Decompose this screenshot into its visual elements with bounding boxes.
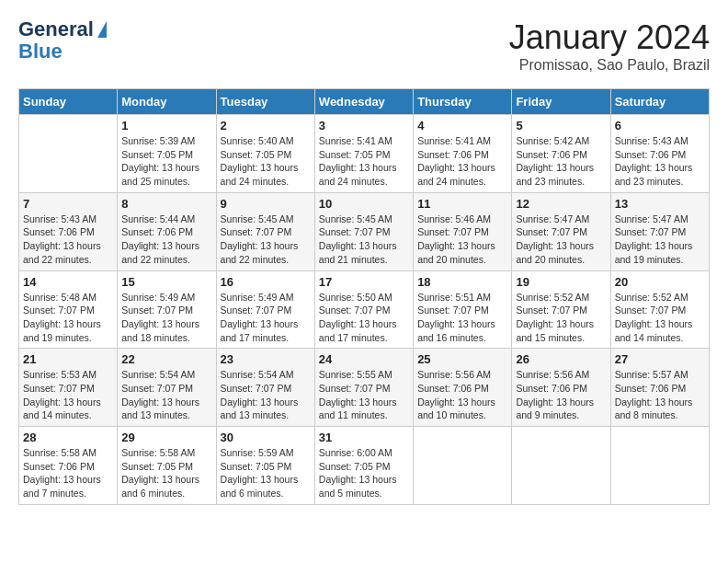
calendar-cell: 4Sunrise: 5:41 AM Sunset: 7:06 PM Daylig…	[414, 115, 512, 193]
calendar-title: January 2024	[509, 18, 710, 57]
weekday-header-sunday: Sunday	[19, 89, 118, 115]
day-info: Sunrise: 5:45 AM Sunset: 7:07 PM Dayligh…	[221, 213, 311, 267]
day-number: 26	[516, 352, 606, 366]
calendar-week-5: 28Sunrise: 5:58 AM Sunset: 7:06 PM Dayli…	[19, 427, 710, 505]
weekday-header-wednesday: Wednesday	[314, 89, 413, 115]
day-info: Sunrise: 5:46 AM Sunset: 7:07 PM Dayligh…	[417, 213, 507, 267]
weekday-header-friday: Friday	[512, 89, 610, 115]
logo: General Blue	[18, 18, 107, 63]
day-info: Sunrise: 5:50 AM Sunset: 7:07 PM Dayligh…	[319, 291, 409, 345]
calendar-cell: 24Sunrise: 5:55 AM Sunset: 7:07 PM Dayli…	[314, 349, 413, 427]
logo-icon	[97, 21, 107, 38]
day-info: Sunrise: 5:49 AM Sunset: 7:07 PM Dayligh…	[221, 291, 311, 345]
logo-general-text: General	[18, 18, 94, 40]
calendar-cell	[19, 115, 118, 193]
calendar-cell: 25Sunrise: 5:56 AM Sunset: 7:06 PM Dayli…	[414, 349, 512, 427]
day-info: Sunrise: 5:49 AM Sunset: 7:07 PM Dayligh…	[121, 291, 211, 345]
calendar-cell: 23Sunrise: 5:54 AM Sunset: 7:07 PM Dayli…	[216, 349, 314, 427]
calendar-cell: 2Sunrise: 5:40 AM Sunset: 7:05 PM Daylig…	[216, 115, 314, 193]
weekday-header-tuesday: Tuesday	[216, 89, 314, 115]
day-number: 9	[221, 197, 311, 211]
calendar-subtitle: Promissao, Sao Paulo, Brazil	[509, 57, 710, 74]
day-info: Sunrise: 5:44 AM Sunset: 7:06 PM Dayligh…	[121, 213, 211, 267]
day-info: Sunrise: 5:56 AM Sunset: 7:06 PM Dayligh…	[516, 368, 606, 422]
day-number: 6	[615, 119, 705, 132]
calendar-cell: 19Sunrise: 5:52 AM Sunset: 7:07 PM Dayli…	[512, 270, 610, 349]
day-info: Sunrise: 5:57 AM Sunset: 7:06 PM Dayligh…	[615, 368, 705, 422]
day-info: Sunrise: 5:48 AM Sunset: 7:07 PM Dayligh…	[23, 291, 113, 345]
calendar-cell: 29Sunrise: 5:58 AM Sunset: 7:05 PM Dayli…	[118, 427, 216, 505]
day-number: 22	[121, 352, 211, 366]
day-number: 14	[23, 275, 113, 289]
day-info: Sunrise: 5:42 AM Sunset: 7:06 PM Dayligh…	[516, 134, 606, 189]
calendar-cell: 15Sunrise: 5:49 AM Sunset: 7:07 PM Dayli…	[118, 270, 216, 349]
calendar-cell: 31Sunrise: 6:00 AM Sunset: 7:05 PM Dayli…	[314, 427, 413, 505]
calendar-table: SundayMondayTuesdayWednesdayThursdayFrid…	[18, 88, 710, 505]
weekday-header-saturday: Saturday	[610, 89, 709, 115]
calendar-cell: 13Sunrise: 5:47 AM Sunset: 7:07 PM Dayli…	[610, 192, 709, 270]
weekday-header-thursday: Thursday	[414, 89, 512, 115]
day-info: Sunrise: 5:54 AM Sunset: 7:07 PM Dayligh…	[221, 368, 311, 422]
day-number: 11	[417, 197, 507, 211]
calendar-cell: 11Sunrise: 5:46 AM Sunset: 7:07 PM Dayli…	[414, 192, 512, 270]
day-number: 5	[516, 119, 606, 132]
weekday-header-monday: Monday	[118, 89, 216, 115]
calendar-cell: 5Sunrise: 5:42 AM Sunset: 7:06 PM Daylig…	[512, 115, 610, 193]
day-info: Sunrise: 5:41 AM Sunset: 7:06 PM Dayligh…	[417, 134, 507, 189]
day-info: Sunrise: 5:52 AM Sunset: 7:07 PM Dayligh…	[516, 291, 606, 345]
day-number: 28	[23, 431, 113, 444]
page-header: General Blue January 2024 Promissao, Sao…	[18, 18, 710, 74]
calendar-week-3: 14Sunrise: 5:48 AM Sunset: 7:07 PM Dayli…	[19, 270, 710, 349]
day-number: 16	[221, 275, 311, 289]
day-info: Sunrise: 5:47 AM Sunset: 7:07 PM Dayligh…	[516, 213, 606, 267]
day-number: 13	[615, 197, 705, 211]
calendar-cell: 1Sunrise: 5:39 AM Sunset: 7:05 PM Daylig…	[118, 115, 216, 193]
calendar-week-4: 21Sunrise: 5:53 AM Sunset: 7:07 PM Dayli…	[19, 349, 710, 427]
calendar-cell: 30Sunrise: 5:59 AM Sunset: 7:05 PM Dayli…	[216, 427, 314, 505]
calendar-cell: 18Sunrise: 5:51 AM Sunset: 7:07 PM Dayli…	[414, 270, 512, 349]
calendar-cell	[512, 427, 610, 505]
day-info: Sunrise: 5:40 AM Sunset: 7:05 PM Dayligh…	[221, 134, 311, 189]
day-number: 27	[615, 352, 705, 366]
calendar-week-1: 1Sunrise: 5:39 AM Sunset: 7:05 PM Daylig…	[19, 115, 710, 193]
day-info: Sunrise: 5:41 AM Sunset: 7:05 PM Dayligh…	[319, 134, 409, 189]
calendar-cell: 14Sunrise: 5:48 AM Sunset: 7:07 PM Dayli…	[19, 270, 118, 349]
day-number: 29	[121, 431, 211, 444]
day-number: 20	[615, 275, 705, 289]
day-number: 21	[23, 352, 113, 366]
day-info: Sunrise: 5:39 AM Sunset: 7:05 PM Dayligh…	[121, 134, 211, 189]
day-number: 24	[319, 352, 409, 366]
calendar-cell: 10Sunrise: 5:45 AM Sunset: 7:07 PM Dayli…	[314, 192, 413, 270]
day-info: Sunrise: 5:43 AM Sunset: 7:06 PM Dayligh…	[615, 134, 705, 189]
calendar-cell: 27Sunrise: 5:57 AM Sunset: 7:06 PM Dayli…	[610, 349, 709, 427]
calendar-cell: 26Sunrise: 5:56 AM Sunset: 7:06 PM Dayli…	[512, 349, 610, 427]
calendar-cell: 21Sunrise: 5:53 AM Sunset: 7:07 PM Dayli…	[19, 349, 118, 427]
day-info: Sunrise: 5:58 AM Sunset: 7:05 PM Dayligh…	[121, 446, 211, 500]
day-number: 4	[417, 119, 507, 132]
calendar-cell: 17Sunrise: 5:50 AM Sunset: 7:07 PM Dayli…	[314, 270, 413, 349]
calendar-cell: 28Sunrise: 5:58 AM Sunset: 7:06 PM Dayli…	[19, 427, 118, 505]
day-number: 23	[221, 352, 311, 366]
calendar-cell	[414, 427, 512, 505]
day-info: Sunrise: 5:47 AM Sunset: 7:07 PM Dayligh…	[615, 213, 705, 267]
day-number: 7	[23, 197, 113, 211]
day-number: 2	[221, 119, 311, 132]
day-info: Sunrise: 5:54 AM Sunset: 7:07 PM Dayligh…	[121, 368, 211, 422]
calendar-cell: 20Sunrise: 5:52 AM Sunset: 7:07 PM Dayli…	[610, 270, 709, 349]
day-info: Sunrise: 5:55 AM Sunset: 7:07 PM Dayligh…	[319, 368, 409, 422]
day-number: 1	[121, 119, 211, 132]
day-number: 10	[319, 197, 409, 211]
day-number: 12	[516, 197, 606, 211]
calendar-cell: 6Sunrise: 5:43 AM Sunset: 7:06 PM Daylig…	[610, 115, 709, 193]
calendar-cell: 8Sunrise: 5:44 AM Sunset: 7:06 PM Daylig…	[118, 192, 216, 270]
day-info: Sunrise: 5:51 AM Sunset: 7:07 PM Dayligh…	[417, 291, 507, 345]
title-block: January 2024 Promissao, Sao Paulo, Brazi…	[509, 18, 710, 74]
day-number: 30	[221, 431, 311, 444]
day-number: 31	[319, 431, 409, 444]
day-number: 3	[319, 119, 409, 132]
day-info: Sunrise: 5:45 AM Sunset: 7:07 PM Dayligh…	[319, 213, 409, 267]
day-info: Sunrise: 5:59 AM Sunset: 7:05 PM Dayligh…	[221, 446, 311, 500]
day-number: 25	[417, 352, 507, 366]
day-info: Sunrise: 5:52 AM Sunset: 7:07 PM Dayligh…	[615, 291, 705, 345]
calendar-cell: 3Sunrise: 5:41 AM Sunset: 7:05 PM Daylig…	[314, 115, 413, 193]
